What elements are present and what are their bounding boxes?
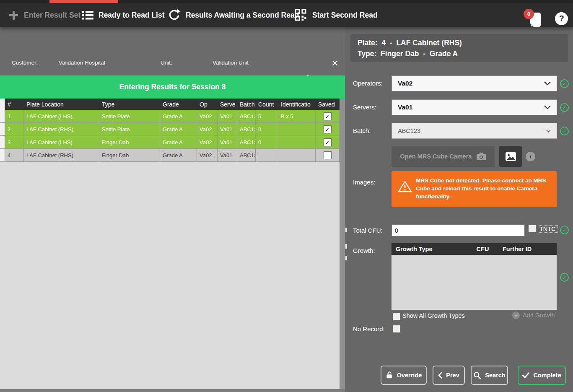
vertical-scrollbar[interactable] [340, 99, 345, 389]
saved-checkbox[interactable] [324, 112, 332, 120]
camera-icon [476, 152, 486, 161]
toolbar-item-label: Ready to Read List [99, 11, 165, 20]
read-queue-button[interactable]: 0 [524, 9, 544, 29]
plate-info-box: Plate: 4 - LAF Cabinet (RHS) Type: Finge… [350, 34, 568, 62]
close-button[interactable]: ✕ [329, 58, 340, 69]
image-gallery-icon [505, 152, 516, 161]
prev-button-label: Prev [446, 372, 459, 379]
complete-button[interactable]: Complete [518, 366, 566, 385]
growth-table-header: Growth Type CFU Further ID [392, 243, 557, 255]
col-header-batch: Batch [237, 99, 256, 110]
cell-op: Va02 [197, 149, 218, 162]
cell-count: 5 [256, 110, 278, 123]
col-header-count: Count [256, 99, 278, 110]
complete-button-label: Complete [533, 372, 561, 379]
search-icon [473, 371, 481, 379]
show-all-growth-checkbox[interactable] [393, 313, 400, 320]
batch-value: ABC123 [398, 127, 420, 134]
cell-op: Va02 [197, 136, 218, 149]
col-header-identification: Identificatio [278, 99, 316, 110]
operators-valid-icon: ✓ [560, 79, 569, 88]
col-header-server: Serve [218, 99, 237, 110]
window-top-strip [0, 0, 573, 3]
operators-dropdown[interactable]: Va02 [392, 75, 557, 91]
servers-value: Va01 [398, 104, 412, 111]
search-button[interactable]: Search [471, 366, 508, 385]
toolbar-results-awaiting-second-read[interactable]: Results Awaiting a Second Read [168, 3, 299, 27]
search-button-label: Search [485, 372, 505, 379]
cell-location: LAF Cabinet (LHS) [24, 136, 99, 149]
saved-checkbox[interactable] [324, 151, 332, 159]
cell-op: Va02 [197, 123, 218, 136]
checkmark-icon [522, 372, 529, 378]
batch-dropdown[interactable]: ABC123 [392, 123, 557, 139]
add-growth-label: Add Growth [523, 312, 555, 319]
toolbar-start-second-read[interactable]: Start Second Read [295, 3, 378, 27]
growth-table-body[interactable] [392, 255, 557, 310]
cell-server: Va01 [218, 110, 237, 123]
cell-type: Finger Dab [99, 136, 160, 149]
camera-info-button[interactable]: i [526, 152, 535, 161]
help-button[interactable]: ? [555, 12, 568, 25]
mrs-cube-warning-banner: MRS Cube not detected. Please connect an… [392, 171, 557, 207]
cell-batch: ABC123 [237, 149, 256, 162]
add-growth-button[interactable]: + Add Growth [512, 312, 555, 319]
image-gallery-button[interactable] [499, 146, 522, 167]
operators-label: Operators: [353, 80, 383, 87]
toolbar-item-label: Results Awaiting a Second Read [186, 11, 299, 20]
growth-col-cfu: CFU [463, 246, 503, 252]
cell-count: 0 [256, 136, 278, 149]
panel-splitter-grip[interactable] [345, 256, 347, 260]
qr-code-icon [295, 9, 307, 21]
unit-value: Validation Unit [213, 60, 249, 66]
top-red-indicator [49, 0, 118, 3]
plus-icon [8, 10, 19, 21]
total-cfu-input[interactable] [392, 224, 525, 236]
no-record-checkbox[interactable] [393, 325, 400, 332]
unit-label: Unit: [161, 60, 172, 66]
batch-valid-icon: ✓ [560, 127, 569, 135]
growth-col-further-id: Further ID [503, 246, 557, 252]
type-value: Finger Dab - Grade A [381, 49, 458, 58]
info-icon: i [530, 153, 532, 160]
question-icon: ? [559, 14, 564, 23]
chevron-left-icon [438, 372, 442, 379]
refresh-icon [168, 9, 181, 22]
cell-op: Va02 [197, 110, 218, 123]
cell-batch: ABC123 [237, 123, 256, 136]
saved-checkbox[interactable] [324, 125, 332, 133]
warning-text: MRS Cube not detected. Please connect an… [416, 177, 546, 200]
override-button[interactable]: Override [381, 366, 427, 385]
cell-type: Settle Plate [99, 110, 160, 123]
tntc-label[interactable]: TNTC [538, 225, 557, 233]
show-all-growth-label: Show All Growth Types [402, 312, 465, 319]
saved-checkbox[interactable] [324, 138, 332, 146]
panel-splitter-grip[interactable] [345, 228, 347, 232]
notification-badge: 0 [524, 9, 534, 19]
cell-identification [278, 149, 316, 162]
toolbar-enter-result-set[interactable]: Enter Result Set [8, 3, 80, 27]
tntc-checkbox[interactable] [529, 225, 536, 232]
app-window: Enter Result Set Ready to Read List Resu… [0, 0, 573, 392]
open-mrs-cube-camera-button[interactable]: Open MRS Cube Camera [392, 146, 495, 167]
horizontal-scrollbar[interactable] [0, 389, 345, 392]
col-header-plate-location: Plate Location [24, 99, 99, 110]
cell-num: 2 [5, 123, 24, 136]
cell-type: Settle Plate [99, 123, 160, 136]
cell-batch: ABC123 [237, 110, 256, 123]
toolbar-item-label: Enter Result Set [24, 11, 80, 20]
total-cfu-label: Total CFU: [353, 227, 383, 234]
cell-server: Va01 [218, 149, 237, 162]
cell-num: 4 [5, 149, 24, 162]
servers-dropdown[interactable]: Va01 [392, 99, 557, 115]
toolbar-item-label: Start Second Read [312, 11, 378, 20]
prev-button[interactable]: Prev [433, 366, 465, 385]
col-header-num: # [5, 99, 24, 110]
warning-icon [398, 180, 412, 193]
toolbar-ready-to-read-list[interactable]: Ready to Read List [82, 3, 165, 27]
cell-identification [278, 136, 316, 149]
no-record-label: No Record: [353, 325, 385, 332]
servers-valid-icon: ✓ [560, 103, 569, 112]
cell-location: LAF Cabinet (LHS) [24, 110, 99, 123]
panel-splitter-grip[interactable] [345, 244, 347, 249]
